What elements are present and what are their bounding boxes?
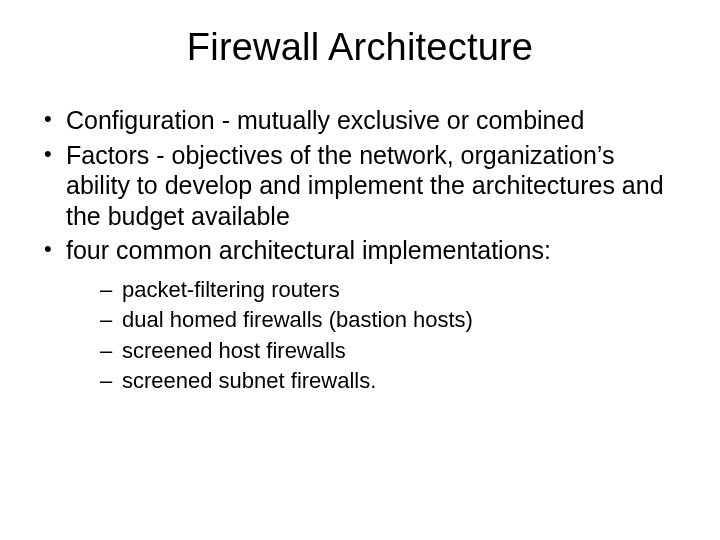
slide-title: Firewall Architecture — [30, 26, 690, 69]
list-item: screened host firewalls — [100, 337, 684, 366]
list-item-text: four common architectural implementation… — [66, 236, 551, 264]
list-item: dual homed firewalls (bastion hosts) — [100, 306, 684, 335]
list-item: Configuration - mutually exclusive or co… — [36, 105, 684, 136]
slide: Firewall Architecture Configuration - mu… — [0, 0, 720, 540]
list-item: four common architectural implementation… — [36, 235, 684, 396]
list-item: Factors - objectives of the network, org… — [36, 140, 684, 232]
list-item: packet-filtering routers — [100, 276, 684, 305]
sub-bullet-list: packet-filtering routers dual homed fire… — [66, 276, 684, 396]
bullet-list: Configuration - mutually exclusive or co… — [30, 105, 690, 396]
list-item: screened subnet firewalls. — [100, 367, 684, 396]
